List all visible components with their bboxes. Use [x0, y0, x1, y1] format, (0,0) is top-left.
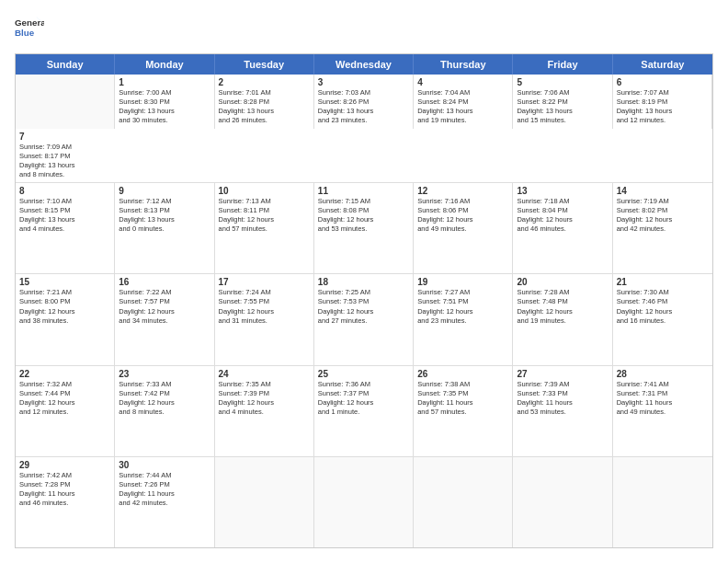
calendar-cell: 19Sunrise: 7:27 AMSunset: 7:51 PMDayligh…: [414, 274, 513, 364]
calendar-cell: 9Sunrise: 7:12 AMSunset: 8:13 PMDaylight…: [115, 183, 214, 273]
calendar-cell: [314, 457, 414, 547]
day-number: 25: [318, 369, 409, 379]
cell-text: Sunrise: 7:41 AMSunset: 7:31 PMDaylight:…: [617, 380, 709, 418]
weekday-header: Wednesday: [314, 54, 414, 75]
day-number: 29: [19, 460, 110, 470]
calendar-cell: [513, 457, 612, 547]
calendar-cell: [613, 457, 712, 547]
cell-text: Sunrise: 7:15 AMSunset: 8:08 PMDaylight:…: [318, 197, 409, 235]
weekday-header: Saturday: [613, 54, 712, 75]
calendar-cell: [414, 457, 513, 547]
day-number: 5: [517, 77, 608, 87]
calendar-cell: 7Sunrise: 7:09 AMSunset: 8:17 PMDaylight…: [16, 129, 115, 183]
cell-text: Sunrise: 7:25 AMSunset: 7:53 PMDaylight:…: [318, 288, 409, 326]
weekday-header: Thursday: [414, 54, 513, 75]
logo: General Blue: [15, 15, 48, 44]
cell-text: Sunrise: 7:44 AMSunset: 7:26 PMDaylight:…: [119, 471, 210, 509]
calendar-cell: 1Sunrise: 7:00 AMSunset: 8:30 PMDaylight…: [115, 75, 214, 129]
cell-text: Sunrise: 7:19 AMSunset: 8:02 PMDaylight:…: [617, 197, 709, 235]
logo-icon: General Blue: [15, 15, 44, 44]
cell-text: Sunrise: 7:06 AMSunset: 8:22 PMDaylight:…: [517, 88, 608, 126]
day-number: 13: [517, 186, 608, 196]
day-number: 15: [19, 277, 110, 287]
day-number: 1: [119, 77, 210, 87]
day-number: 27: [517, 369, 608, 379]
calendar-cell: 13Sunrise: 7:18 AMSunset: 8:04 PMDayligh…: [513, 183, 612, 273]
calendar-cell: 22Sunrise: 7:32 AMSunset: 7:44 PMDayligh…: [16, 366, 115, 456]
day-number: 10: [219, 186, 310, 196]
calendar-row: 22Sunrise: 7:32 AMSunset: 7:44 PMDayligh…: [16, 366, 712, 457]
calendar: SundayMondayTuesdayWednesdayThursdayFrid…: [15, 53, 713, 548]
calendar-cell: 8Sunrise: 7:10 AMSunset: 8:15 PMDaylight…: [16, 183, 115, 273]
calendar-cell: 11Sunrise: 7:15 AMSunset: 8:08 PMDayligh…: [314, 183, 414, 273]
cell-text: Sunrise: 7:03 AMSunset: 8:26 PMDaylight:…: [318, 88, 409, 126]
day-number: 20: [517, 277, 608, 287]
cell-text: Sunrise: 7:04 AMSunset: 8:24 PMDaylight:…: [417, 88, 508, 126]
day-number: 22: [19, 369, 110, 379]
calendar-cell: 12Sunrise: 7:16 AMSunset: 8:06 PMDayligh…: [414, 183, 513, 273]
calendar-cell: 23Sunrise: 7:33 AMSunset: 7:42 PMDayligh…: [115, 366, 214, 456]
day-number: 14: [617, 186, 709, 196]
day-number: 28: [617, 369, 709, 379]
calendar-row: 8Sunrise: 7:10 AMSunset: 8:15 PMDaylight…: [16, 183, 712, 274]
calendar-cell: [16, 75, 115, 129]
calendar-cell: 2Sunrise: 7:01 AMSunset: 8:28 PMDaylight…: [215, 75, 314, 129]
day-number: 3: [318, 77, 409, 87]
cell-text: Sunrise: 7:12 AMSunset: 8:13 PMDaylight:…: [119, 197, 210, 235]
cell-text: Sunrise: 7:35 AMSunset: 7:39 PMDaylight:…: [219, 380, 310, 418]
day-number: 8: [19, 186, 110, 196]
day-number: 16: [119, 277, 210, 287]
day-number: 23: [119, 369, 210, 379]
calendar-cell: 16Sunrise: 7:22 AMSunset: 7:57 PMDayligh…: [115, 274, 214, 364]
svg-text:Blue: Blue: [15, 28, 35, 38]
cell-text: Sunrise: 7:18 AMSunset: 8:04 PMDaylight:…: [517, 197, 608, 235]
calendar-cell: 3Sunrise: 7:03 AMSunset: 8:26 PMDaylight…: [314, 75, 414, 129]
cell-text: Sunrise: 7:10 AMSunset: 8:15 PMDaylight:…: [19, 197, 110, 235]
cell-text: Sunrise: 7:16 AMSunset: 8:06 PMDaylight:…: [417, 197, 508, 235]
day-number: 12: [417, 186, 508, 196]
day-number: 18: [318, 277, 409, 287]
calendar-body: 1Sunrise: 7:00 AMSunset: 8:30 PMDaylight…: [16, 75, 712, 547]
page: General Blue SundayMondayTuesdayWednesda…: [0, 0, 728, 563]
day-number: 19: [417, 277, 508, 287]
day-number: 21: [617, 277, 709, 287]
day-number: 7: [19, 132, 111, 142]
calendar-cell: 6Sunrise: 7:07 AMSunset: 8:19 PMDaylight…: [613, 75, 712, 129]
cell-text: Sunrise: 7:28 AMSunset: 7:48 PMDaylight:…: [517, 288, 608, 326]
calendar-cell: 25Sunrise: 7:36 AMSunset: 7:37 PMDayligh…: [314, 366, 414, 456]
calendar-cell: 5Sunrise: 7:06 AMSunset: 8:22 PMDaylight…: [513, 75, 612, 129]
calendar-cell: [215, 457, 314, 547]
cell-text: Sunrise: 7:36 AMSunset: 7:37 PMDaylight:…: [318, 380, 409, 418]
cell-text: Sunrise: 7:30 AMSunset: 7:46 PMDaylight:…: [617, 288, 709, 326]
calendar-cell: 10Sunrise: 7:13 AMSunset: 8:11 PMDayligh…: [215, 183, 314, 273]
calendar-cell: 18Sunrise: 7:25 AMSunset: 7:53 PMDayligh…: [314, 274, 414, 364]
cell-text: Sunrise: 7:00 AMSunset: 8:30 PMDaylight:…: [119, 88, 210, 126]
day-number: 24: [219, 369, 310, 379]
calendar-header: SundayMondayTuesdayWednesdayThursdayFrid…: [16, 54, 712, 75]
weekday-header: Monday: [115, 54, 214, 75]
cell-text: Sunrise: 7:24 AMSunset: 7:55 PMDaylight:…: [219, 288, 310, 326]
calendar-cell: 4Sunrise: 7:04 AMSunset: 8:24 PMDaylight…: [414, 75, 513, 129]
cell-text: Sunrise: 7:21 AMSunset: 8:00 PMDaylight:…: [19, 288, 110, 326]
calendar-row: 15Sunrise: 7:21 AMSunset: 8:00 PMDayligh…: [16, 274, 712, 365]
calendar-cell: 21Sunrise: 7:30 AMSunset: 7:46 PMDayligh…: [613, 274, 712, 364]
day-number: 11: [318, 186, 409, 196]
cell-text: Sunrise: 7:32 AMSunset: 7:44 PMDaylight:…: [19, 380, 110, 418]
calendar-row: 1Sunrise: 7:00 AMSunset: 8:30 PMDaylight…: [16, 75, 712, 183]
weekday-header: Sunday: [16, 54, 115, 75]
weekday-header: Friday: [513, 54, 612, 75]
day-number: 4: [417, 77, 508, 87]
cell-text: Sunrise: 7:27 AMSunset: 7:51 PMDaylight:…: [417, 288, 508, 326]
calendar-cell: 15Sunrise: 7:21 AMSunset: 8:00 PMDayligh…: [16, 274, 115, 364]
header: General Blue: [15, 15, 713, 44]
calendar-cell: 29Sunrise: 7:42 AMSunset: 7:28 PMDayligh…: [16, 457, 115, 547]
day-number: 9: [119, 186, 210, 196]
svg-text:General: General: [15, 17, 44, 28]
calendar-cell: 17Sunrise: 7:24 AMSunset: 7:55 PMDayligh…: [215, 274, 314, 364]
day-number: 30: [119, 460, 210, 470]
day-number: 2: [219, 77, 310, 87]
day-number: 26: [417, 369, 508, 379]
cell-text: Sunrise: 7:22 AMSunset: 7:57 PMDaylight:…: [119, 288, 210, 326]
cell-text: Sunrise: 7:09 AMSunset: 8:17 PMDaylight:…: [19, 143, 111, 180]
cell-text: Sunrise: 7:42 AMSunset: 7:28 PMDaylight:…: [19, 471, 110, 509]
